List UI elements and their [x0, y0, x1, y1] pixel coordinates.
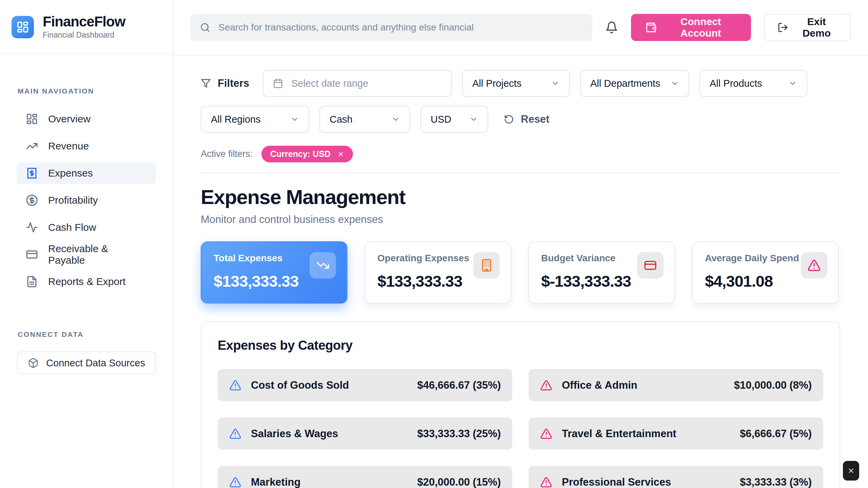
box-icon — [28, 358, 39, 368]
app-title: FinanceFlow — [43, 14, 125, 29]
active-filter-chip-label: Currency: USD — [270, 149, 331, 159]
exit-demo-label: Exit Demo — [796, 16, 837, 39]
category-value: $3,333.33 (3%) — [740, 476, 812, 488]
reset-filters-button[interactable]: Reset — [504, 113, 549, 125]
projects-select[interactable]: All Projects — [462, 70, 570, 97]
building-icon — [473, 252, 500, 279]
category-name: Cost of Goods Sold — [251, 379, 349, 391]
connect-account-button[interactable]: Connect Account — [631, 14, 751, 41]
chevron-down-icon — [788, 79, 797, 88]
currency-select[interactable]: USD — [420, 106, 488, 133]
sidebar-item-label: Receivable & Payable — [48, 243, 147, 266]
credit-card-icon — [26, 248, 38, 261]
sidebar-item-cash-flow[interactable]: Cash Flow — [17, 217, 156, 238]
departments-select[interactable]: All Departments — [580, 70, 689, 97]
sidebar-item-reports-export[interactable]: Reports & Export — [17, 271, 156, 292]
topbar: Connect Account Exit Demo — [174, 0, 868, 56]
page-subtitle: Monitor and control business expenses — [201, 214, 840, 226]
calendar-icon — [273, 78, 283, 88]
brand: FinanceFlow Financial Dashboard — [0, 0, 173, 55]
main-navigation-label: MAIN NAVIGATION — [0, 87, 173, 95]
search-input[interactable] — [218, 22, 583, 33]
date-range-placeholder: Select date range — [291, 78, 368, 89]
circle-dollar-icon — [26, 194, 38, 206]
category-name: Salaries & Wages — [251, 428, 338, 440]
rotate-ccw-icon — [504, 114, 514, 124]
layout-dashboard-icon — [26, 113, 38, 125]
category-row-professional-services: Professional Services $3,333.33 (3%) — [529, 466, 823, 488]
stat-card-budget-variance[interactable]: Budget Variance $-133,333.33 — [528, 241, 675, 304]
filters-label: Filters — [218, 77, 249, 89]
category-value: $6,666.67 (5%) — [740, 428, 812, 440]
date-range-picker[interactable]: Select date range — [263, 70, 452, 97]
filters-heading: Filters — [201, 77, 249, 89]
sidebar: FinanceFlow Financial Dashboard MAIN NAV… — [0, 0, 174, 488]
active-filters-label: Active filters: — [201, 149, 253, 159]
receipt-icon — [26, 167, 38, 179]
chevron-down-icon — [670, 79, 679, 88]
payment-method-select[interactable]: Cash — [319, 106, 410, 133]
sidebar-item-label: Expenses — [48, 167, 93, 179]
sidebar-item-revenue[interactable]: Revenue — [17, 135, 156, 157]
expenses-by-category-title: Expenses by Category — [218, 338, 823, 353]
category-value: $10,000.00 (8%) — [734, 379, 812, 391]
notifications-button[interactable] — [605, 21, 618, 34]
category-row-travel-entertainment: Travel & Entertainment $6,666.67 (5%) — [529, 418, 823, 450]
filters-row-2: All Regions Cash USD — [201, 106, 840, 133]
alert-triangle-icon — [540, 428, 552, 440]
regions-select[interactable]: All Regions — [201, 106, 309, 133]
sidebar-nav: Overview Revenue Expenses Profitability — [0, 108, 173, 292]
products-select[interactable]: All Products — [699, 70, 807, 97]
dismiss-overlay-button[interactable] — [843, 461, 859, 481]
chevron-down-icon — [469, 115, 478, 124]
category-row-marketing: Marketing $20,000.00 (15%) — [218, 466, 512, 488]
regions-select-value: All Regions — [211, 114, 261, 125]
stat-card-average-daily-spend[interactable]: Average Daily Spend $4,301.08 — [692, 241, 839, 304]
sidebar-item-overview[interactable]: Overview — [17, 108, 156, 130]
sidebar-item-expenses[interactable]: Expenses — [17, 162, 156, 184]
close-icon[interactable] — [337, 151, 344, 158]
wallet-icon — [645, 22, 657, 33]
category-name: Professional Services — [562, 476, 671, 488]
brand-text: FinanceFlow Financial Dashboard — [43, 14, 125, 40]
stat-cards: Total Expenses $133,333.33 Operating Exp… — [201, 241, 840, 304]
connect-data-label: CONNECT DATA — [0, 330, 173, 339]
category-value: $46,666.67 (35%) — [417, 379, 501, 391]
stat-card-operating-expenses[interactable]: Operating Expenses $133,333.33 — [364, 241, 511, 304]
active-filter-chip-currency[interactable]: Currency: USD — [261, 146, 353, 162]
departments-select-value: All Departments — [590, 78, 660, 89]
alert-triangle-icon — [540, 476, 552, 488]
search-icon — [200, 22, 210, 33]
sidebar-item-label: Overview — [48, 113, 91, 125]
category-row-cost-of-goods-sold: Cost of Goods Sold $46,666.67 (35%) — [218, 369, 512, 401]
sidebar-item-label: Profitability — [48, 195, 98, 206]
connect-data-sources-button[interactable]: Connect Data Sources — [17, 351, 156, 374]
category-value: $20,000.00 (15%) — [417, 476, 501, 488]
trending-up-icon — [26, 140, 38, 152]
currency-select-value: USD — [431, 114, 451, 125]
category-row-salaries-wages: Salaries & Wages $33,333.33 (25%) — [218, 418, 512, 450]
alert-triangle-icon — [801, 252, 827, 279]
stat-card-total-expenses[interactable]: Total Expenses $133,333.33 — [201, 241, 348, 304]
exit-demo-button[interactable]: Exit Demo — [764, 14, 851, 41]
file-text-icon — [26, 276, 38, 288]
category-name: Travel & Entertainment — [562, 428, 676, 440]
section-divider — [201, 172, 840, 173]
chevron-down-icon — [551, 79, 560, 88]
credit-card-icon — [637, 252, 664, 279]
expenses-by-category-card: Expenses by Category Cost of Goods Sold … — [201, 321, 840, 488]
alert-triangle-icon — [229, 476, 241, 488]
active-filters-row: Active filters: Currency: USD — [201, 146, 840, 162]
sidebar-item-receivable-payable[interactable]: Receivable & Payable — [17, 244, 156, 265]
sidebar-item-profitability[interactable]: Profitability — [17, 189, 156, 211]
category-name: Office & Admin — [562, 379, 637, 391]
category-row-office-admin: Office & Admin $10,000.00 (8%) — [529, 369, 823, 401]
page-title: Expense Management — [201, 185, 840, 209]
search-bar — [191, 14, 592, 41]
main-area: Connect Account Exit Demo Filters — [174, 0, 868, 488]
app-logo-icon — [12, 16, 34, 38]
sidebar-item-label: Reports & Export — [48, 276, 125, 287]
sidebar-item-label: Cash Flow — [48, 222, 96, 233]
filters-row-1: Filters Select date range All Projects A… — [201, 70, 840, 97]
chevron-down-icon — [391, 115, 400, 124]
